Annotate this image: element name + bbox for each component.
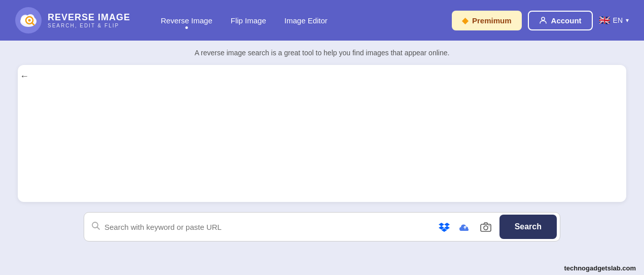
search-mag-icon <box>91 221 100 233</box>
account-button[interactable]: Account <box>528 11 593 30</box>
footer-domain: technogadgetslab.com <box>564 264 636 272</box>
search-bar-container: Search <box>84 212 560 242</box>
svg-point-12 <box>488 225 489 226</box>
search-icon-buttons <box>437 219 493 235</box>
lang-label: EN <box>613 16 623 24</box>
cloud-upload-icon <box>459 221 471 233</box>
header-right: ◆ Premimum Account 🇬🇧 EN ▾ <box>452 11 629 30</box>
nav: Reverse Image Flip Image Image Editor <box>161 16 432 25</box>
image-display-area <box>18 65 626 202</box>
logo[interactable]: REVERSE IMAGE SEARCH, EDIT & FLIP <box>15 7 130 33</box>
header: REVERSE IMAGE SEARCH, EDIT & FLIP Revers… <box>0 0 644 41</box>
upload-button[interactable] <box>457 219 473 235</box>
search-button[interactable]: Search <box>499 215 557 239</box>
dropbox-button[interactable] <box>437 219 452 234</box>
premium-label: Premimum <box>472 16 512 25</box>
flag-icon: 🇬🇧 <box>599 15 610 26</box>
search-input[interactable] <box>104 223 433 231</box>
image-area-wrapper: ← <box>18 65 626 202</box>
dropbox-icon <box>439 221 450 232</box>
person-icon <box>539 16 547 24</box>
camera-button[interactable] <box>478 219 493 234</box>
svg-rect-10 <box>481 224 491 231</box>
account-label: Account <box>551 16 582 25</box>
svg-point-11 <box>484 226 488 230</box>
nav-item-image-editor[interactable]: Image Editor <box>284 16 328 25</box>
premium-button[interactable]: ◆ Premimum <box>452 11 522 30</box>
subtitle: A reverse image search is a great tool t… <box>195 49 450 57</box>
camera-icon <box>480 221 491 232</box>
main-content: A reverse image search is a great tool t… <box>0 41 644 242</box>
logo-text: REVERSE IMAGE SEARCH, EDIT & FLIP <box>48 12 130 29</box>
logo-subtitle: SEARCH, EDIT & FLIP <box>48 23 130 28</box>
search-button-label: Search <box>515 222 542 231</box>
logo-icon <box>15 7 42 33</box>
language-selector[interactable]: 🇬🇧 EN ▾ <box>599 15 629 26</box>
back-arrow[interactable]: ← <box>20 71 29 82</box>
svg-point-7 <box>542 17 545 20</box>
diamond-icon: ◆ <box>462 16 468 25</box>
nav-item-flip-image[interactable]: Flip Image <box>231 16 266 25</box>
logo-title: REVERSE IMAGE <box>48 12 130 23</box>
svg-line-9 <box>97 227 100 229</box>
chevron-down-icon: ▾ <box>626 17 629 24</box>
search-bar: Search <box>84 212 560 242</box>
nav-item-reverse-image[interactable]: Reverse Image <box>161 16 212 25</box>
svg-point-6 <box>28 19 31 22</box>
